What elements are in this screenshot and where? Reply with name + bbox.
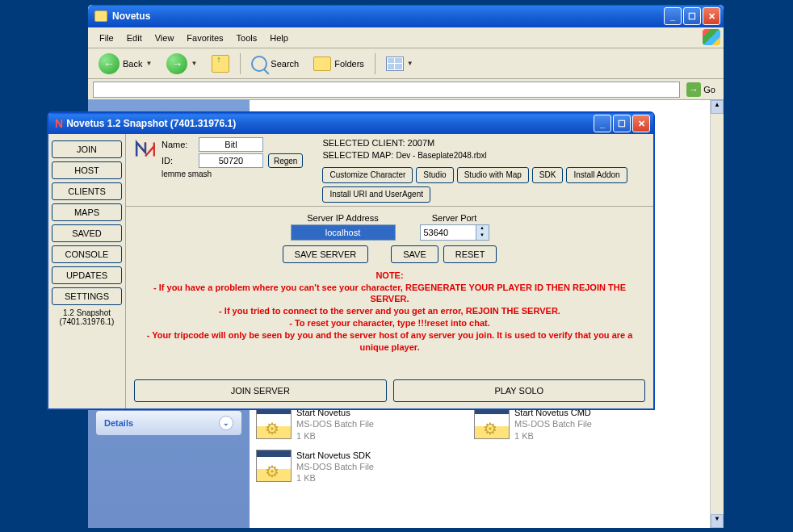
back-button[interactable]: ← Back ▼ <box>93 51 157 77</box>
novetus-icon: N <box>55 117 63 130</box>
menu-view[interactable]: View <box>149 30 181 46</box>
windows-logo-icon <box>703 29 720 45</box>
file-type: MS-DOS Batch File <box>296 418 374 429</box>
file-name: Start Novetus SDK <box>296 450 374 461</box>
reset-button[interactable]: RESET <box>443 245 497 263</box>
nav-clients[interactable]: CLIENTS <box>52 182 122 200</box>
port-spinner[interactable]: ▲▼ <box>476 224 489 241</box>
batch-file-icon <box>474 407 510 439</box>
menu-file[interactable]: File <box>93 30 120 46</box>
maximize-button[interactable]: ☐ <box>683 7 701 25</box>
studio-with-map-button[interactable]: Studio with Map <box>457 167 529 183</box>
maximize-button[interactable]: ☐ <box>613 115 631 132</box>
play-solo-button[interactable]: PLAY SOLO <box>393 379 646 402</box>
chevron-down-icon: ▼ <box>145 60 152 67</box>
selected-info: SELECTED CLIENT: 2007M SELECTED MAP: Dev… <box>322 137 645 203</box>
note-line-4: - Your tripcode will only be seen by you… <box>134 329 645 354</box>
nav-updates[interactable]: UPDATES <box>52 266 122 284</box>
novetus-titlebar[interactable]: N Novetus 1.2 Snapshot (7401.31976.1) _ … <box>48 113 653 134</box>
address-input[interactable] <box>93 82 680 98</box>
novetus-title: Novetus 1.2 Snapshot (7401.31976.1) <box>66 118 594 129</box>
search-icon <box>251 56 267 72</box>
selected-map: Dev - Baseplate2048.rbxl <box>396 151 487 160</box>
minimize-button[interactable]: _ <box>664 7 682 25</box>
nav-console[interactable]: CONSOLE <box>52 245 122 263</box>
spin-up-icon[interactable]: ▲ <box>476 225 489 232</box>
batch-file-icon <box>256 450 292 482</box>
server-port-label: Server Port <box>432 213 477 223</box>
file-type: MS-DOS Batch File <box>296 461 374 472</box>
go-button[interactable]: → Go <box>683 81 719 98</box>
scroll-up-button[interactable]: ▲ <box>711 100 724 114</box>
name-label: Name: <box>162 140 194 149</box>
separator <box>375 53 376 74</box>
menu-favorites[interactable]: Favorites <box>180 30 229 46</box>
menu-tools[interactable]: Tools <box>230 30 264 46</box>
vertical-scrollbar[interactable]: ▲ ▼ <box>710 100 724 528</box>
explorer-titlebar[interactable]: Novetus _ ☐ ✕ <box>88 5 724 27</box>
file-size: 1 KB <box>514 430 592 442</box>
regen-button[interactable]: Regen <box>268 153 303 168</box>
scroll-down-button[interactable]: ▼ <box>711 514 724 528</box>
file-size: 1 KB <box>296 430 374 442</box>
server-ip-label: Server IP Address <box>307 213 378 223</box>
nav-host[interactable]: HOST <box>52 161 122 179</box>
file-item[interactable]: Start Novetus CMD MS-DOS Batch File 1 KB <box>474 407 660 442</box>
back-label: Back <box>123 59 142 69</box>
selected-map-label: SELECTED MAP: <box>322 150 393 160</box>
note-line-3: - To reset your character, type !!!reset… <box>134 317 645 329</box>
nav-settings[interactable]: SETTINGS <box>52 287 122 305</box>
go-icon: → <box>686 82 701 97</box>
go-label: Go <box>703 85 715 94</box>
collapse-button[interactable]: ⌄ <box>219 416 233 430</box>
note-title: NOTE: <box>134 270 645 282</box>
views-button[interactable]: ▼ <box>380 54 419 73</box>
install-uri-button[interactable]: Install URI and UserAgent <box>322 186 430 203</box>
id-input[interactable] <box>199 153 263 168</box>
back-arrow-icon: ← <box>99 53 120 74</box>
studio-button[interactable]: Studio <box>416 167 453 183</box>
server-ip-input[interactable] <box>291 224 396 241</box>
explorer-toolbar: ← Back ▼ → ▼ Search Folders ▼ <box>88 48 724 79</box>
minimize-button[interactable]: _ <box>594 115 611 132</box>
id-label: ID: <box>162 156 194 165</box>
up-folder-icon <box>212 55 229 73</box>
status-text: lemme smash <box>162 170 303 178</box>
name-input[interactable] <box>199 137 263 152</box>
close-button[interactable]: ✕ <box>703 7 720 25</box>
customize-character-button[interactable]: Customize Character <box>322 167 413 183</box>
join-server-button[interactable]: JOIN SERVER <box>134 379 387 402</box>
folder-icon <box>94 10 107 22</box>
nav-join[interactable]: JOIN <box>52 140 122 158</box>
file-size: 1 KB <box>296 472 374 484</box>
spin-down-icon[interactable]: ▼ <box>476 232 489 240</box>
file-item[interactable]: Start Novetus MS-DOS Batch File 1 KB <box>256 407 442 442</box>
search-label: Search <box>271 59 299 69</box>
search-button[interactable]: Search <box>245 53 304 74</box>
nav-saved[interactable]: SAVED <box>52 224 122 242</box>
up-button[interactable] <box>206 52 235 75</box>
note-line-1: - If you have a problem where you can't … <box>134 282 645 306</box>
menu-help[interactable]: Help <box>263 30 295 46</box>
explorer-title: Novetus <box>112 10 664 22</box>
menu-edit[interactable]: Edit <box>120 30 149 46</box>
app-main: Name: ID: Regen lemme smash SELECTED CLI… <box>126 134 653 408</box>
sdk-button[interactable]: SDK <box>532 167 564 183</box>
file-item[interactable]: Start Novetus SDK MS-DOS Batch File 1 KB <box>256 450 442 484</box>
details-label: Details <box>104 418 133 428</box>
novetus-logo-icon <box>134 137 157 161</box>
save-server-button[interactable]: SAVE SERVER <box>283 245 369 263</box>
explorer-menubar: File Edit View Favorites Tools Help <box>88 27 724 48</box>
close-button[interactable]: ✕ <box>632 115 650 132</box>
forward-button[interactable]: → ▼ <box>161 51 203 77</box>
folders-button[interactable]: Folders <box>308 54 370 73</box>
chevron-down-icon: ▼ <box>407 60 413 67</box>
server-port-input[interactable] <box>420 224 476 241</box>
install-addon-button[interactable]: Install Addon <box>566 167 627 183</box>
chevron-down-icon: ▼ <box>191 60 197 67</box>
file-type: MS-DOS Batch File <box>514 418 592 429</box>
details-panel[interactable]: Details ⌄ <box>96 411 241 435</box>
nav-maps[interactable]: MAPS <box>52 203 122 221</box>
save-button[interactable]: SAVE <box>391 245 438 263</box>
batch-file-icon <box>256 407 292 439</box>
